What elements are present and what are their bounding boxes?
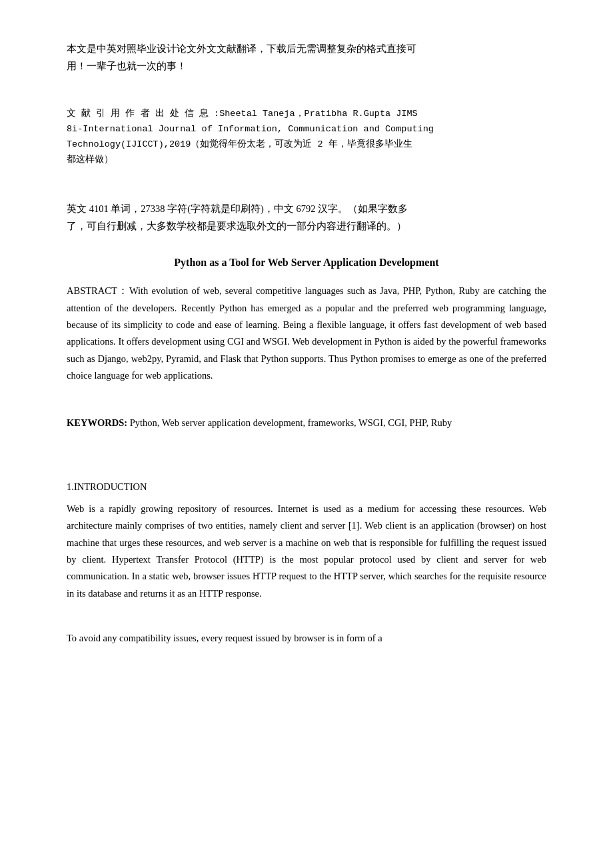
abstract-label: ABSTRACT： [67,285,129,296]
intro-note-block: 本文是中英对照毕业设计论文外文文献翻译，下载后无需调整复杂的格式直接可 用！一辈… [67,40,546,75]
intro-line2: 用！一辈子也就一次的事！ [67,61,187,71]
stats-note-block: 英文 4101 单词，27338 字符(字符就是印刷符)，中文 6792 汉字。… [67,200,546,235]
reference-author: Sheetal Taneja，Pratibha R.Gupta JIMS [219,109,418,119]
abstract-block: ABSTRACT：With evolution of web, several … [67,283,546,384]
keywords-label: KEYWORDS: [67,417,127,428]
keywords-block: KEYWORDS: Python, Web server application… [67,415,546,431]
page-container: 本文是中英对照毕业设计论文外文文献翻译，下载后无需调整复杂的格式直接可 用！一辈… [0,0,613,703]
reference-line2: 8i-International Journal of Information,… [67,124,434,134]
paper-title: Python as a Tool for Web Server Applicat… [67,255,546,271]
stats-line2: 了，可自行删减，大多数学校都是要求选取外文的一部分内容进行翻译的。） [67,221,406,231]
reference-line4: 都这样做） [67,155,113,165]
section1-paragraph1: Web is a rapidly growing repository of r… [67,501,546,602]
stats-line1: 英文 4101 单词，27338 字符(字符就是印刷符)，中文 6792 汉字。… [67,203,408,214]
section1-paragraph2: To avoid any compatibility issues, every… [67,630,546,647]
abstract-text: With evolution of web, several competiti… [67,285,546,381]
intro-line1: 本文是中英对照毕业设计论文外文文献翻译，下载后无需调整复杂的格式直接可 [67,43,416,54]
reference-label: 文 献 引 用 作 者 出 处 信 息 : [67,109,219,119]
reference-line3: Technology(IJICCT),2019（如觉得年份太老，可改为近 2 年… [67,139,412,149]
intro-note-text: 本文是中英对照毕业设计论文外文文献翻译，下载后无需调整复杂的格式直接可 用！一辈… [67,43,416,71]
reference-block: 文 献 引 用 作 者 出 处 信 息 :Sheetal Taneja，Prat… [67,107,546,168]
section1-heading: 1.INTRODUCTION [67,481,546,493]
keywords-text: Python, Web server application developme… [127,417,452,428]
